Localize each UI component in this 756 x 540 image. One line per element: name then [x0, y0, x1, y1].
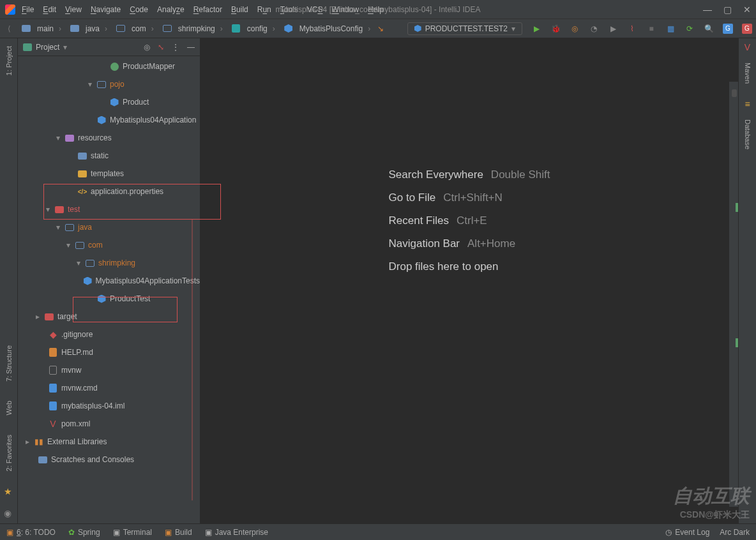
target-icon[interactable]: ◎: [144, 43, 150, 52]
tree-helpmd[interactable]: HELP.md: [18, 343, 200, 361]
status-terminal[interactable]: ▣Terminal: [113, 528, 152, 537]
status-todo[interactable]: ▣6: 6: TODO: [6, 528, 56, 537]
welcome-dropfiles: Drop files here to open: [389, 260, 550, 273]
tree-iml[interactable]: mybatisplus-04.iml: [18, 397, 200, 415]
crumb-java[interactable]: java: [66, 24, 100, 33]
tree-productmapper[interactable]: ProductMapper: [18, 57, 200, 75]
tree-apptests[interactable]: Mybatisplus04ApplicationTests: [18, 272, 200, 290]
crumb-main[interactable]: main: [18, 24, 54, 33]
crumb-shrimpking[interactable]: shrimpking: [159, 24, 215, 33]
run-icon[interactable]: ▶: [531, 24, 541, 34]
sidebar-header: Project ▾ ◎ ⤡ ⋮ —: [18, 38, 200, 56]
tree-scratches[interactable]: Scratches and Consoles: [18, 451, 200, 469]
attach-icon[interactable]: ⌇: [627, 24, 637, 34]
menu-code[interactable]: Code: [130, 5, 148, 14]
tab-project[interactable]: 1: Project: [4, 42, 14, 79]
nav-back-icon[interactable]: ⟨: [4, 24, 14, 34]
collapse-icon[interactable]: ⤡: [158, 43, 164, 52]
welcome-gotofile[interactable]: Go to FileCtrl+Shift+N: [389, 191, 550, 204]
menu-refactor[interactable]: Refactor: [193, 5, 222, 14]
tree-product[interactable]: Product: [18, 93, 200, 111]
grid-icon[interactable]: ▦: [665, 24, 676, 34]
tree-resources[interactable]: resources: [18, 129, 200, 147]
coverage-icon[interactable]: ◎: [570, 24, 580, 34]
status-jee[interactable]: ▣Java Enterprise: [205, 528, 268, 537]
file-icon: [49, 366, 57, 375]
maximize-icon[interactable]: ▢: [723, 4, 732, 15]
menu-run[interactable]: Run: [257, 5, 271, 14]
hide-icon[interactable]: —: [187, 43, 195, 52]
profile-icon[interactable]: ◔: [589, 24, 599, 34]
menu-view[interactable]: View: [65, 5, 82, 14]
menu-analyze[interactable]: Analyze: [157, 5, 185, 14]
database-icon[interactable]: ≡: [745, 99, 750, 109]
minimize-icon[interactable]: —: [703, 4, 712, 15]
scroll-marker-strip[interactable]: [729, 82, 738, 507]
build-icon: ▣: [165, 528, 172, 537]
tree-test-java[interactable]: java: [18, 218, 200, 236]
eventlog-icon: ◷: [665, 528, 672, 537]
tab-web[interactable]: Web: [4, 397, 14, 419]
run-config-icon: [414, 25, 421, 32]
g-icon-2[interactable]: G: [742, 24, 752, 34]
debug-icon[interactable]: 🐞: [550, 24, 561, 34]
crumb-mybatisplusconfig[interactable]: MybatisPlusConfig: [280, 24, 363, 33]
tree-producttest[interactable]: ProductTest: [18, 290, 200, 308]
class-icon: [98, 116, 106, 124]
tab-maven[interactable]: Maven: [743, 59, 753, 87]
stack-icon[interactable]: ◉: [4, 508, 14, 518]
settings-icon[interactable]: ⋮: [172, 43, 179, 52]
status-spring[interactable]: ✿Spring: [68, 528, 100, 537]
g-icon-1[interactable]: G: [723, 24, 733, 34]
tab-structure[interactable]: 7: Structure: [4, 341, 14, 386]
tree-extlibs[interactable]: ▮▮External Libraries: [18, 433, 200, 451]
tree-appproperties[interactable]: </>application.properties: [18, 183, 200, 200]
tree-static[interactable]: static: [18, 147, 200, 165]
status-build[interactable]: ▣Build: [165, 528, 192, 537]
window-controls: — ▢ ✕: [703, 4, 751, 15]
scroll-hl-1: [736, 203, 738, 212]
folder-icon: [38, 456, 47, 463]
run-config-dropdown[interactable]: PRODUCTTEST.TEST2 ▾: [407, 22, 522, 35]
menu-navigate[interactable]: Navigate: [91, 5, 121, 14]
status-theme[interactable]: Arc Dark: [720, 528, 750, 537]
welcome-recent[interactable]: Recent FilesCtrl+E: [389, 214, 550, 227]
tree-gitignore[interactable]: ◆.gitignore: [18, 326, 200, 343]
maven-icon[interactable]: V: [745, 42, 750, 52]
search-icon[interactable]: 🔍: [704, 24, 714, 34]
tab-favorites[interactable]: 2: Favorites: [4, 431, 14, 475]
tree-test[interactable]: test: [18, 200, 200, 218]
tree-target[interactable]: target: [18, 308, 200, 326]
tree-mvnw[interactable]: mvnw: [18, 361, 200, 379]
tree-mvnwcmd[interactable]: mvnw.cmd: [18, 379, 200, 397]
menu-edit[interactable]: Edit: [43, 5, 56, 14]
md-file-icon: [49, 348, 57, 357]
crumb-com[interactable]: com: [112, 24, 146, 33]
tree-pom[interactable]: Vpom.xml: [18, 415, 200, 433]
bookmark-icon[interactable]: ★: [4, 486, 14, 497]
tree-test-shrimpking[interactable]: shrimpking: [18, 254, 200, 272]
project-dropdown-icon[interactable]: ▾: [63, 43, 67, 52]
tree-templates[interactable]: templates: [18, 165, 200, 183]
hammer-icon[interactable]: ↘: [375, 24, 386, 34]
close-icon[interactable]: ✕: [743, 4, 751, 15]
status-eventlog[interactable]: ◷Event Log: [665, 528, 709, 537]
test-folder-icon: [55, 206, 64, 213]
update-icon[interactable]: ⟳: [684, 24, 695, 34]
folder-icon: [78, 153, 87, 160]
run-config-label: PRODUCTTEST.TEST2: [425, 24, 508, 33]
crumb-config[interactable]: config: [228, 24, 268, 33]
tab-database[interactable]: Database: [743, 116, 753, 153]
folder-icon: [45, 313, 54, 320]
nav-toolbar: ⟨ main› java› com› shrimpking› config› M…: [0, 19, 756, 38]
run-anything-icon[interactable]: ▶: [608, 24, 618, 34]
welcome-search[interactable]: Search EverywhereDouble Shift: [389, 169, 550, 181]
editor-area: Search EverywhereDouble Shift Go to File…: [200, 38, 738, 523]
tree-pojo[interactable]: pojo: [18, 75, 200, 93]
menu-file[interactable]: File: [22, 5, 34, 14]
welcome-navbar[interactable]: Navigation BarAlt+Home: [389, 237, 550, 250]
tree-mybatisplus04application[interactable]: Mybatisplus04Application: [18, 111, 200, 129]
tree-test-com[interactable]: com: [18, 236, 200, 254]
menu-build[interactable]: Build: [231, 5, 248, 14]
stop-icon[interactable]: ■: [646, 24, 656, 34]
